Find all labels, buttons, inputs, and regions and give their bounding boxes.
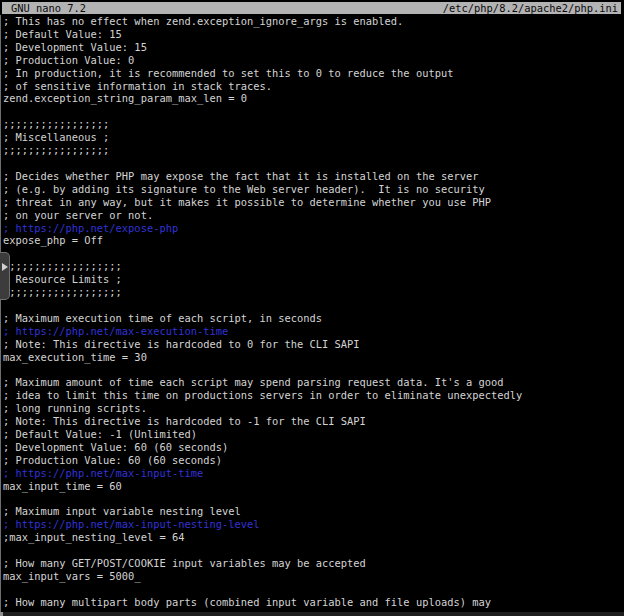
editor-line: ; This has no effect when zend.exception… <box>3 15 624 28</box>
editor-line: expose_php = Off <box>3 234 624 247</box>
editor-line: ;;;;;;;;;;;;;;;;;;; <box>3 286 624 299</box>
editor-line: max_input_time = 60 <box>3 480 624 493</box>
editor-line: ; Miscellaneous ; <box>3 131 624 144</box>
editor-line: ; Default Value: -1 (Unlimited) <box>3 428 624 441</box>
editor-link-line[interactable]: ; https://php.net/max-input-time <box>3 467 624 480</box>
editor-line: ; Maximum execution time of each script,… <box>3 312 624 325</box>
editor-line <box>3 493 624 506</box>
text-cursor: _ <box>134 570 140 582</box>
editor-line <box>3 544 624 557</box>
editor-line <box>3 105 624 118</box>
nano-titlebar: GNU nano 7.2 /etc/php/8.2/apache2/php.in… <box>2 2 621 14</box>
editor-line: ; of sensitive information in stack trac… <box>3 80 624 93</box>
editor-line: ; Production Value: 0 <box>3 54 624 67</box>
editor-line: ; (e.g. by adding its signature to the W… <box>3 183 624 196</box>
editor-line: ; Decides whether PHP may expose the fac… <box>3 170 624 183</box>
editor-line: ; Resource Limits ; <box>3 273 624 286</box>
bottom-edge <box>0 612 624 616</box>
editor-line: ; Development Value: 60 (60 seconds) <box>3 441 624 454</box>
editor-line: ; How many multipart body parts (combine… <box>3 596 624 609</box>
editor-link-line[interactable]: ; https://php.net/max-input-nesting-leve… <box>3 518 624 531</box>
editor-line: ; Note: This directive is hardcoded to -… <box>3 415 624 428</box>
editor-line: ; Development Value: 15 <box>3 41 624 54</box>
editor-line: ; idea to limit this time on productions… <box>3 389 624 402</box>
right-arrow-icon <box>2 263 8 271</box>
editor-line <box>3 299 624 312</box>
editor-area[interactable]: ; This has no effect when zend.exception… <box>0 15 624 616</box>
editor-line: zend.exception_string_param_max_len = 0 <box>3 92 624 105</box>
editor-line: ;;;;;;;;;;;;;;;;; <box>3 118 624 131</box>
editor-line: ; How many GET/POST/COOKIE input variabl… <box>3 557 624 570</box>
file-path: /etc/php/8.2/apache2/php.ini <box>443 2 618 14</box>
editor-line: ; In production, it is recommended to se… <box>3 67 624 80</box>
editor-line <box>3 247 624 260</box>
editor-line: ; Maximum amount of time each script may… <box>3 376 624 389</box>
editor-line: ; Note: This directive is hardcoded to 0… <box>3 338 624 351</box>
editor-line <box>3 583 624 596</box>
editor-line: ; threat in any way, but it makes it pos… <box>3 196 624 209</box>
editor-line: ;;;;;;;;;;;;;;;;;;; <box>3 260 624 273</box>
editor-line: ; Production Value: 60 (60 seconds) <box>3 454 624 467</box>
editor-link-line[interactable]: ; https://php.net/max-execution-time <box>3 325 624 338</box>
editor-line: ; long running scripts. <box>3 402 624 415</box>
editor-line: ; Maximum input variable nesting level <box>3 505 624 518</box>
editor-line: ; Default Value: 15 <box>3 28 624 41</box>
editor-link-line[interactable]: ; https://php.net/expose-php <box>3 222 624 235</box>
editor-line <box>3 363 624 376</box>
editor-line <box>3 157 624 170</box>
editor-line: max_input_vars = 5000_ <box>3 570 624 583</box>
terminal-window: GNU nano 7.2 /etc/php/8.2/apache2/php.in… <box>0 0 624 616</box>
app-title: GNU nano 7.2 <box>11 2 86 14</box>
editor-line: ;max_input_nesting_level = 64 <box>3 531 624 544</box>
sidebar-reveal-handle[interactable] <box>0 252 10 300</box>
editor-line: ; on your server or not. <box>3 209 624 222</box>
editor-line: ;;;;;;;;;;;;;;;;; <box>3 144 624 157</box>
editor-line: max_execution_time = 30 <box>3 351 624 364</box>
